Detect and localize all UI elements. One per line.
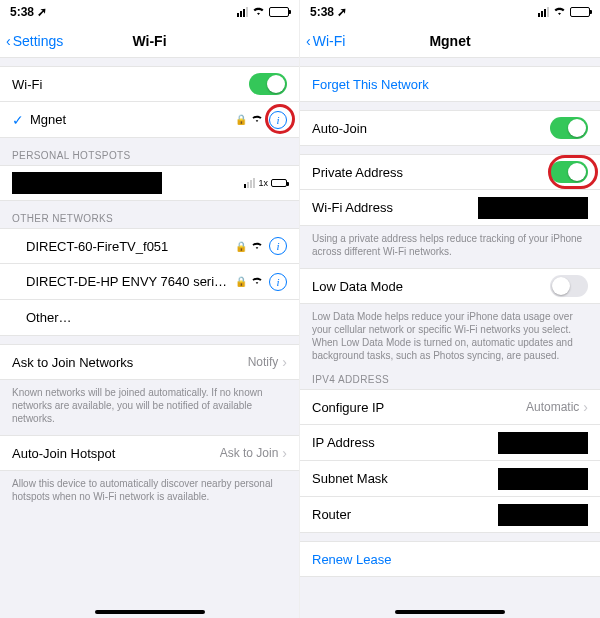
wifi-settings-screen: 5:38 ➚ ‹ Settings Wi-Fi Wi-Fi ✓ Mgnet 🔒 … bbox=[0, 0, 300, 618]
wifi-label: Wi-Fi bbox=[12, 77, 249, 92]
chevron-right-icon: › bbox=[282, 445, 287, 461]
configure-ip-row[interactable]: Configure IP Automatic › bbox=[300, 389, 600, 425]
hotspot-1x: 1x bbox=[258, 178, 268, 188]
lock-icon: 🔒 bbox=[235, 241, 247, 252]
nav-bar: ‹ Wi-Fi Mgnet bbox=[300, 24, 600, 58]
home-indicator[interactable] bbox=[95, 610, 205, 614]
auto-join-hotspot-row[interactable]: Auto-Join Hotspot Ask to Join › bbox=[0, 435, 299, 471]
info-icon[interactable]: i bbox=[269, 111, 287, 129]
wifi-signal-icon bbox=[251, 276, 263, 287]
status-bar: 5:38 ➚ bbox=[300, 0, 600, 24]
hotspot-row[interactable]: 1x bbox=[0, 165, 299, 201]
auto-hotspot-value: Ask to Join bbox=[220, 446, 279, 460]
other-networks-header: OTHER NETWORKS bbox=[0, 201, 299, 228]
cellular-icon bbox=[237, 7, 248, 17]
wifi-address-label: Wi-Fi Address bbox=[312, 200, 478, 215]
other-network-row[interactable]: Other… bbox=[0, 300, 299, 336]
renew-lease-label: Renew Lease bbox=[312, 552, 588, 567]
cellular-1x-icon bbox=[244, 178, 255, 188]
check-icon: ✓ bbox=[12, 112, 24, 128]
auto-join-toggle[interactable] bbox=[550, 117, 588, 139]
auto-join-row[interactable]: Auto-Join bbox=[300, 110, 600, 146]
back-label: Wi-Fi bbox=[313, 33, 346, 49]
ask-join-note: Known networks will be joined automatica… bbox=[0, 380, 299, 435]
back-button[interactable]: ‹ Settings bbox=[6, 33, 63, 49]
chevron-left-icon: ‹ bbox=[306, 33, 311, 49]
configure-ip-value: Automatic bbox=[526, 400, 579, 414]
router-redacted bbox=[498, 504, 588, 526]
wifi-status-icon bbox=[252, 5, 265, 19]
network-name: DIRECT-60-FireTV_f051 bbox=[26, 239, 231, 254]
clock: 5:38 bbox=[10, 5, 34, 19]
info-icon[interactable]: i bbox=[269, 237, 287, 255]
auto-hotspot-note: Allow this device to automatically disco… bbox=[0, 471, 299, 513]
chevron-right-icon: › bbox=[583, 399, 588, 415]
other-label: Other… bbox=[26, 310, 287, 325]
ipv4-header: IPV4 ADDRESS bbox=[300, 372, 600, 389]
lock-icon: 🔒 bbox=[235, 276, 247, 287]
configure-ip-label: Configure IP bbox=[312, 400, 526, 415]
network-row-0[interactable]: DIRECT-60-FireTV_f051 🔒 i bbox=[0, 228, 299, 264]
auto-join-label: Auto-Join bbox=[312, 121, 550, 136]
home-indicator[interactable] bbox=[395, 610, 505, 614]
forget-network-row[interactable]: Forget This Network bbox=[300, 66, 600, 102]
router-row: Router bbox=[300, 497, 600, 533]
subnet-label: Subnet Mask bbox=[312, 471, 498, 486]
forget-label: Forget This Network bbox=[312, 77, 588, 92]
battery-icon bbox=[570, 7, 590, 17]
chevron-left-icon: ‹ bbox=[6, 33, 11, 49]
subnet-redacted bbox=[498, 468, 588, 490]
wifi-address-row: Wi-Fi Address bbox=[300, 190, 600, 226]
auto-hotspot-label: Auto-Join Hotspot bbox=[12, 446, 220, 461]
lock-icon: 🔒 bbox=[235, 114, 247, 125]
private-address-row[interactable]: Private Address bbox=[300, 154, 600, 190]
network-name: DIRECT-DE-HP ENVY 7640 seri… bbox=[26, 274, 231, 289]
subnet-row: Subnet Mask bbox=[300, 461, 600, 497]
wifi-status-icon bbox=[553, 5, 566, 19]
hotspot-battery-icon bbox=[271, 179, 287, 187]
ask-join-value: Notify bbox=[248, 355, 279, 369]
clock: 5:38 bbox=[310, 5, 334, 19]
ip-redacted bbox=[498, 432, 588, 454]
ip-address-label: IP Address bbox=[312, 435, 498, 450]
wifi-toggle[interactable] bbox=[249, 73, 287, 95]
private-address-label: Private Address bbox=[312, 165, 550, 180]
private-address-note: Using a private address helps reduce tra… bbox=[300, 226, 600, 268]
back-button[interactable]: ‹ Wi-Fi bbox=[306, 33, 345, 49]
hotspots-header: PERSONAL HOTSPOTS bbox=[0, 138, 299, 165]
wifi-address-redacted bbox=[478, 197, 588, 219]
low-data-note: Low Data Mode helps reduce your iPhone d… bbox=[300, 304, 600, 372]
status-bar: 5:38 ➚ bbox=[0, 0, 299, 24]
ip-address-row: IP Address bbox=[300, 425, 600, 461]
nav-bar: ‹ Settings Wi-Fi bbox=[0, 24, 299, 58]
battery-icon bbox=[269, 7, 289, 17]
wifi-signal-icon bbox=[251, 241, 263, 252]
router-label: Router bbox=[312, 507, 498, 522]
ask-join-label: Ask to Join Networks bbox=[12, 355, 248, 370]
network-detail-screen: 5:38 ➚ ‹ Wi-Fi Mgnet Forget This Network… bbox=[300, 0, 600, 618]
private-address-toggle[interactable] bbox=[550, 161, 588, 183]
low-data-row[interactable]: Low Data Mode bbox=[300, 268, 600, 304]
location-icon: ➚ bbox=[37, 5, 47, 19]
cellular-icon bbox=[538, 7, 549, 17]
chevron-right-icon: › bbox=[282, 354, 287, 370]
low-data-label: Low Data Mode bbox=[312, 279, 550, 294]
network-row-1[interactable]: DIRECT-DE-HP ENVY 7640 seri… 🔒 i bbox=[0, 264, 299, 300]
renew-lease-row[interactable]: Renew Lease bbox=[300, 541, 600, 577]
connected-network-row[interactable]: ✓ Mgnet 🔒 i bbox=[0, 102, 299, 138]
wifi-signal-icon bbox=[251, 114, 263, 125]
wifi-toggle-row[interactable]: Wi-Fi bbox=[0, 66, 299, 102]
connected-network-name: Mgnet bbox=[30, 112, 231, 127]
location-icon: ➚ bbox=[337, 5, 347, 19]
hotspot-name-redacted bbox=[12, 172, 162, 194]
info-icon[interactable]: i bbox=[269, 273, 287, 291]
back-label: Settings bbox=[13, 33, 64, 49]
ask-to-join-row[interactable]: Ask to Join Networks Notify › bbox=[0, 344, 299, 380]
low-data-toggle[interactable] bbox=[550, 275, 588, 297]
